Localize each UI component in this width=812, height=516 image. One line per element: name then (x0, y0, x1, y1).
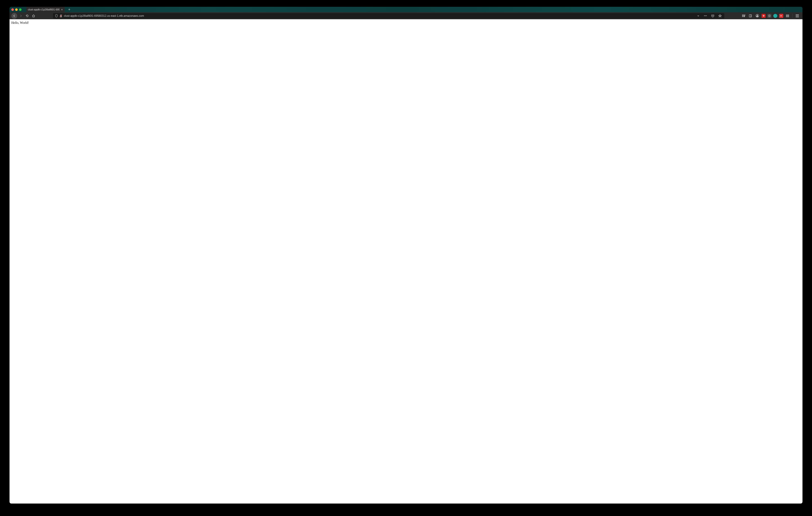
page-actions-icon[interactable]: ••• (703, 13, 708, 18)
chevron-down-icon[interactable] (696, 13, 701, 18)
sidebar-icon[interactable] (748, 13, 753, 18)
svg-point-8 (757, 15, 758, 16)
extension-forward-icon[interactable] (779, 14, 783, 18)
svg-rect-15 (787, 14, 787, 17)
extension-grid-icon[interactable] (785, 13, 790, 18)
svg-rect-4 (744, 14, 745, 17)
browser-tab[interactable]: clust-applb-c1p26laf80l1-695803 × (26, 7, 64, 12)
svg-rect-17 (788, 14, 789, 17)
svg-rect-3 (744, 14, 744, 17)
bookmark-star-icon[interactable] (718, 13, 723, 18)
home-button[interactable] (31, 13, 36, 19)
insecure-lock-icon[interactable] (59, 14, 62, 18)
maximize-window-button[interactable] (19, 8, 22, 11)
reload-button[interactable] (25, 13, 30, 19)
extension-info-icon[interactable] (767, 14, 772, 18)
address-bar-actions: ••• (696, 13, 723, 18)
page-content: Hello, World! (9, 19, 803, 504)
back-button[interactable] (11, 13, 17, 19)
page-body-text: Hello, World! (11, 21, 29, 25)
svg-rect-5 (749, 14, 752, 17)
account-icon[interactable] (755, 13, 760, 18)
shield-icon[interactable] (55, 14, 58, 18)
pocket-icon[interactable] (710, 13, 715, 18)
close-tab-icon[interactable]: × (61, 8, 63, 11)
new-tab-button[interactable]: + (66, 8, 72, 11)
menu-button[interactable] (795, 13, 800, 18)
extension-ublock-icon[interactable] (761, 14, 765, 18)
url-text: clust-applb-c1p26laf80l1-69580312.us-eas… (64, 14, 694, 18)
svg-rect-1 (742, 14, 743, 17)
browser-window: clust-applb-c1p26laf80l1-695803 × + clus… (9, 7, 803, 504)
close-window-button[interactable] (11, 8, 14, 11)
toolbar-right (741, 13, 801, 18)
svg-point-13 (769, 15, 770, 16)
address-bar[interactable]: clust-applb-c1p26laf80l1-69580312.us-eas… (53, 13, 724, 19)
tab-title: clust-applb-c1p26laf80l1-695803 (28, 8, 60, 11)
forward-button[interactable] (18, 13, 24, 19)
tab-bar: clust-applb-c1p26laf80l1-695803 × + (9, 7, 803, 12)
svg-point-10 (763, 16, 764, 16)
svg-rect-2 (743, 14, 743, 17)
svg-rect-16 (788, 14, 788, 17)
svg-rect-12 (769, 16, 770, 17)
window-controls (11, 8, 24, 11)
toolbar: clust-applb-c1p26laf80l1-69580312.us-eas… (9, 12, 803, 19)
svg-rect-14 (786, 14, 787, 17)
library-icon[interactable] (741, 13, 746, 18)
extension-teal-icon[interactable] (773, 14, 777, 18)
minimize-window-button[interactable] (15, 8, 18, 11)
